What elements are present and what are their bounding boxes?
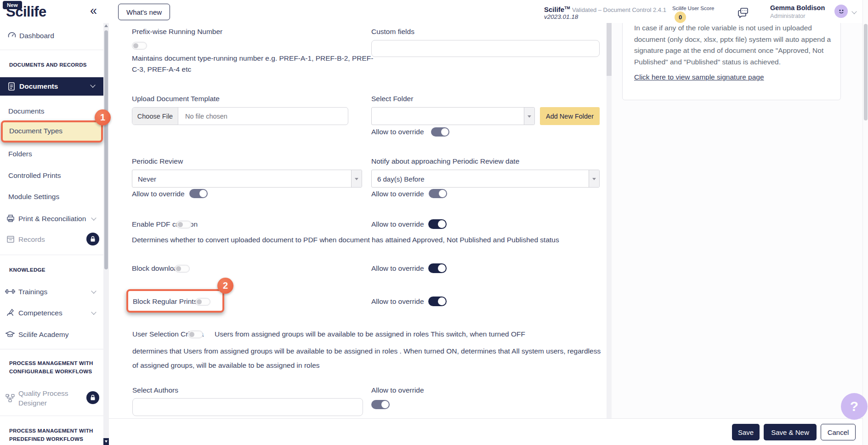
main-scrollbar-track[interactable] — [607, 23, 612, 418]
user-selection-inline-text: Users from assigned groups will be avail… — [215, 330, 525, 338]
signature-info-card: In case if any of the role variable is n… — [622, 17, 841, 100]
enable-pdf-description: Determines whether to convert uploaded d… — [132, 234, 598, 245]
footer-bar: Save Save & New Cancel — [109, 418, 868, 445]
chat-icon[interactable] — [737, 7, 749, 21]
prefix-running-number-description: Maintains document type-running number e… — [132, 53, 378, 75]
competences-icon — [6, 308, 15, 319]
save-button[interactable]: Save — [732, 424, 760, 440]
document-icon — [7, 82, 16, 93]
custom-fields-label: Custom fields — [371, 28, 414, 36]
annotation-step-2-badge: 2 — [217, 278, 233, 294]
sidebar-item-dashboard[interactable]: Dashboard — [19, 32, 54, 40]
choose-file-button[interactable]: Choose File — [132, 108, 178, 125]
whats-new-button[interactable]: What's new — [118, 4, 170, 20]
chevron-down-icon[interactable] — [851, 9, 857, 14]
sidebar-item-documents-module[interactable]: Documents — [0, 77, 103, 96]
dashboard-icon — [7, 31, 17, 42]
user-selection-description: determines that Users from assigned grou… — [132, 344, 601, 372]
product-name: Scilife — [544, 6, 564, 13]
divider — [0, 416, 103, 416]
periodic-review-value: Never — [138, 175, 156, 183]
section-knowledge: KNOWLEDGE — [9, 266, 45, 274]
user-score-label: Scilife User Score — [672, 6, 714, 11]
select-folder-dropdown[interactable] — [371, 107, 535, 125]
user-selection-toggle[interactable] — [188, 331, 203, 338]
select-folder-label: Select Folder — [371, 95, 413, 103]
select-authors-label: Select Authors — [132, 386, 178, 394]
notify-override-toggle[interactable] — [429, 189, 447, 198]
app-version: v2023.01.18 — [544, 13, 578, 20]
scroll-up-arrow[interactable] — [104, 24, 108, 27]
custom-fields-input[interactable] — [371, 40, 600, 57]
block-regular-prints-override-toggle[interactable] — [428, 297, 447, 306]
sidebar-item-competences[interactable]: Competences — [18, 309, 62, 317]
periodic-review-label: Periodic Review — [132, 157, 183, 165]
notify-value: 6 day(s) Before — [377, 175, 425, 183]
signature-info-text: In case if any of the role variable is n… — [634, 23, 842, 68]
prefix-running-number-label: Prefix-wise Running Number — [132, 28, 222, 36]
periodic-override-toggle[interactable] — [189, 189, 208, 198]
trademark: TM — [564, 6, 570, 10]
lock-icon — [86, 233, 99, 245]
user-name: Gemma Boldison — [770, 4, 825, 11]
periodic-override-label: Allow to override — [132, 190, 185, 198]
sidebar-scrollbar-track[interactable] — [103, 23, 109, 445]
sidebar-item-records[interactable]: Records — [18, 235, 45, 244]
block-regular-prints-override-label: Allow to override — [371, 297, 424, 306]
avatar[interactable] — [834, 5, 848, 18]
scroll-down-arrow[interactable] — [103, 438, 109, 445]
divider — [0, 50, 103, 50]
page-scrollbar-thumb[interactable] — [864, 24, 868, 120]
sidebar-item-folders[interactable]: Folders — [8, 150, 32, 158]
records-icon — [6, 234, 15, 245]
sidebar-nav: Dashboard DOCUMENTS AND RECORDS Document… — [0, 23, 103, 445]
add-new-folder-button[interactable]: Add New Folder — [540, 107, 600, 125]
divider — [0, 349, 103, 349]
sidebar-item-trainings[interactable]: Trainings — [18, 288, 47, 296]
sidebar-item-label: Document Types — [9, 127, 62, 135]
sidebar-item-quality-process-designer[interactable]: Quality Process Designer — [18, 388, 74, 408]
notify-override-label: Allow to override — [371, 190, 424, 198]
sidebar-item-document-types[interactable]: Document Types — [1, 120, 103, 143]
folder-override-label: Allow to override — [371, 128, 424, 136]
block-downloads-toggle[interactable] — [175, 265, 190, 273]
printer-icon — [6, 214, 15, 225]
upload-template-file-input[interactable]: Choose File No file chosen — [132, 107, 348, 125]
periodic-review-dropdown[interactable]: Never — [132, 170, 362, 188]
sidebar-collapse-icon[interactable]: « — [90, 4, 97, 18]
folder-override-toggle[interactable] — [431, 127, 449, 137]
sample-signature-link[interactable]: Click here to view sample signature page — [634, 73, 764, 81]
cancel-button[interactable]: Cancel — [821, 424, 856, 440]
block-downloads-override-toggle[interactable] — [428, 263, 447, 273]
sidebar-item-controlled-prints[interactable]: Controlled Prints — [8, 171, 61, 180]
section-documents-and-records: DOCUMENTS AND RECORDS — [9, 61, 96, 69]
upload-template-label: Upload Document Template — [132, 95, 220, 103]
block-regular-prints-label: Block Regular Prints — [133, 297, 197, 306]
section-configurable-workflows: PROCESS MANAGEMENT WITH CONFIGURABLE WOR… — [9, 359, 96, 376]
chevron-down-icon — [91, 288, 96, 293]
help-button[interactable]: ? — [841, 393, 868, 420]
chevron-down-icon[interactable] — [589, 170, 599, 187]
sidebar-item-scilife-academy[interactable]: Scilife Academy — [18, 331, 68, 339]
block-regular-prints-toggle[interactable] — [195, 298, 210, 306]
enable-pdf-toggle[interactable] — [176, 221, 192, 228]
chevron-down-icon[interactable] — [524, 108, 534, 125]
sidebar-item-print-reconciliation[interactable]: Print & Reconciliation — [18, 215, 86, 223]
chevron-down-icon[interactable] — [351, 170, 362, 187]
select-authors-input[interactable] — [132, 398, 363, 416]
sidebar-item-module-settings[interactable]: Module Settings — [8, 193, 59, 201]
notify-dropdown[interactable]: 6 day(s) Before — [371, 170, 600, 188]
prefix-running-number-toggle[interactable] — [132, 42, 147, 50]
authors-override-toggle[interactable] — [371, 400, 390, 409]
page-scrollbar-track[interactable] — [862, 0, 868, 445]
block-downloads-override-label: Allow to override — [371, 264, 424, 273]
sidebar-item-label: Documents — [19, 82, 58, 91]
top-header: New Scilife « What's new ScilifeTM Valid… — [0, 0, 868, 23]
sidebar-item-documents[interactable]: Documents — [8, 107, 44, 115]
workflow-icon — [5, 393, 15, 405]
graduation-cap-icon — [5, 330, 15, 341]
save-and-new-button[interactable]: Save & New — [764, 424, 817, 440]
main-scrollbar-thumb[interactable] — [607, 23, 612, 76]
sidebar-scrollbar-thumb[interactable] — [104, 30, 108, 269]
pdf-override-toggle[interactable] — [428, 219, 447, 229]
